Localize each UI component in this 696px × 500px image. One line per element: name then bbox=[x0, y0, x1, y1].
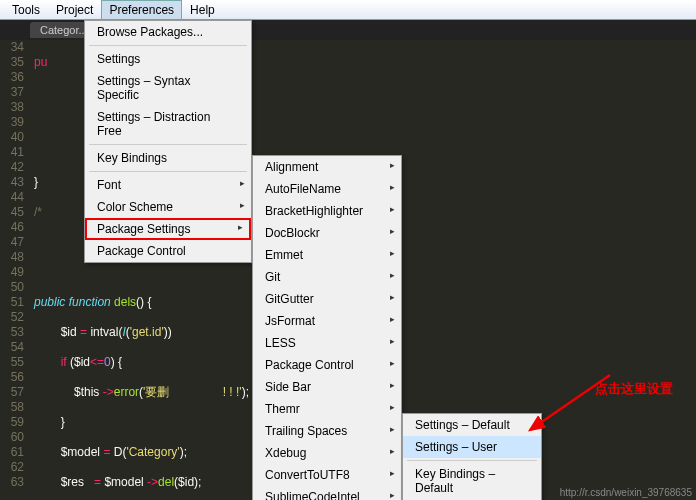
annotation-text: 点击这里设置 bbox=[595, 380, 673, 398]
mi-settings-syntax[interactable]: Settings – Syntax Specific bbox=[85, 70, 251, 106]
menu-project[interactable]: Project bbox=[48, 0, 101, 20]
mi-settings-distraction[interactable]: Settings – Distraction Free bbox=[85, 106, 251, 142]
mi-alignment[interactable]: Alignment bbox=[253, 156, 401, 178]
mi-key-bindings[interactable]: Key Bindings bbox=[85, 147, 251, 169]
mi-color-scheme[interactable]: Color Scheme bbox=[85, 196, 251, 218]
mi-settings[interactable]: Settings bbox=[85, 48, 251, 70]
mi-less[interactable]: LESS bbox=[253, 332, 401, 354]
mi-converttoutf8[interactable]: ConvertToUTF8 bbox=[253, 464, 401, 486]
mi-sublimecodeintel[interactable]: SublimeCodeIntel bbox=[253, 486, 401, 500]
mi-brackethighlighter[interactable]: BracketHighlighter bbox=[253, 200, 401, 222]
mi-sidebar[interactable]: Side Bar bbox=[253, 376, 401, 398]
watermark: http://r.csdn/weixin_39768635 bbox=[560, 487, 692, 498]
mi-themr[interactable]: Themr bbox=[253, 398, 401, 420]
mi-package-control[interactable]: Package Control bbox=[253, 354, 401, 376]
mi-jsformat[interactable]: JsFormat bbox=[253, 310, 401, 332]
mi-package-settings[interactable]: Package Settings bbox=[85, 218, 251, 240]
menu-tools[interactable]: Tools bbox=[4, 0, 48, 20]
mi-package-control[interactable]: Package Control bbox=[85, 240, 251, 262]
line-gutter: 3435363738394041424344454647484950515253… bbox=[0, 40, 30, 490]
mi-emmet[interactable]: Emmet bbox=[253, 244, 401, 266]
mi-git[interactable]: Git bbox=[253, 266, 401, 288]
mi-gitgutter[interactable]: GitGutter bbox=[253, 288, 401, 310]
mi-docblockr[interactable]: DocBlockr bbox=[253, 222, 401, 244]
menu-help[interactable]: Help bbox=[182, 0, 223, 20]
mi-xdebug[interactable]: Xdebug bbox=[253, 442, 401, 464]
mi-keybindings-default[interactable]: Key Bindings – Default bbox=[403, 463, 541, 499]
package-settings-submenu: Alignment AutoFileName BracketHighlighte… bbox=[252, 155, 402, 500]
menu-preferences[interactable]: Preferences bbox=[101, 0, 182, 20]
menubar: Tools Project Preferences Help bbox=[0, 0, 696, 20]
mi-font[interactable]: Font bbox=[85, 174, 251, 196]
mi-autofilename[interactable]: AutoFileName bbox=[253, 178, 401, 200]
mi-trailing-spaces[interactable]: Trailing Spaces bbox=[253, 420, 401, 442]
mi-browse-packages[interactable]: Browse Packages... bbox=[85, 21, 251, 43]
preferences-menu: Browse Packages... Settings Settings – S… bbox=[84, 20, 252, 263]
